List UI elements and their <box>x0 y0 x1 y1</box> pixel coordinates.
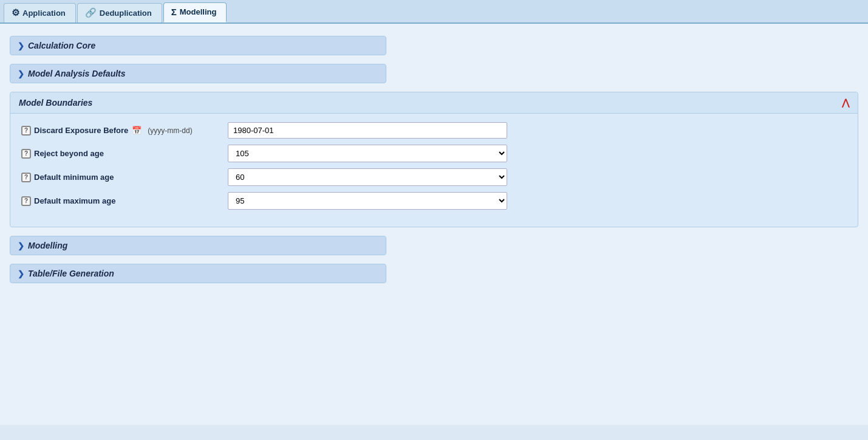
reject-beyond-age-label-text: Reject beyond age <box>34 149 104 158</box>
model-analysis-defaults-title: Model Analysis Defaults <box>28 69 126 78</box>
discard-exposure-input[interactable] <box>228 122 507 139</box>
model-analysis-defaults-chevron: ❯ <box>18 69 24 78</box>
dedup-icon: 🔗 <box>85 7 97 18</box>
default-maximum-age-label-text: Default maximum age <box>34 196 115 205</box>
main-content: ❯ Calculation Core ❯ Model Analysis Defa… <box>0 24 868 425</box>
gear-icon: ⚙ <box>12 7 19 18</box>
default-maximum-age-help-icon[interactable]: ? <box>21 196 31 206</box>
table-file-generation-title: Table/File Generation <box>28 269 114 278</box>
default-minimum-age-value: 50 55 60 65 70 <box>228 168 847 186</box>
discard-exposure-row: ? Discard Exposure Before 📅 (yyyy-mm-dd) <box>21 122 847 139</box>
discard-exposure-help-icon[interactable]: ? <box>21 126 31 136</box>
tab-application-label: Application <box>22 9 66 18</box>
sigma-icon: Σ <box>171 7 177 17</box>
default-maximum-age-value: 85 90 95 100 105 <box>228 192 847 210</box>
default-maximum-age-row: ? Default maximum age 85 90 95 100 105 <box>21 192 847 210</box>
tab-deduplication[interactable]: 🔗 Deduplication <box>77 3 162 22</box>
default-minimum-age-select[interactable]: 50 55 60 65 70 <box>228 168 507 186</box>
calculation-core-title: Calculation Core <box>28 41 95 50</box>
model-boundaries-panel: Model Boundaries ⋀ ? Discard Exposure Be… <box>10 92 858 227</box>
calculation-core-chevron: ❯ <box>18 41 24 50</box>
discard-exposure-label-text: Discard Exposure Before <box>34 126 128 135</box>
model-boundaries-header: Model Boundaries ⋀ <box>10 92 858 114</box>
table-file-generation-chevron: ❯ <box>18 269 24 278</box>
calculation-core-section[interactable]: ❯ Calculation Core <box>10 36 386 55</box>
default-maximum-age-select[interactable]: 85 90 95 100 105 <box>228 192 507 210</box>
reject-beyond-age-help-icon[interactable]: ? <box>21 149 31 159</box>
default-minimum-age-help-icon[interactable]: ? <box>21 173 31 182</box>
tab-bar: ⚙ Application 🔗 Deduplication Σ Modellin… <box>0 0 868 24</box>
reject-beyond-age-select[interactable]: 100 105 110 115 120 <box>228 145 507 162</box>
discard-exposure-value <box>228 122 847 139</box>
date-hint: (yyyy-mm-dd) <box>148 126 192 135</box>
discard-exposure-label: ? Discard Exposure Before 📅 (yyyy-mm-dd) <box>21 126 228 136</box>
modelling-title: Modelling <box>28 241 67 250</box>
default-minimum-age-label: ? Default minimum age <box>21 173 228 182</box>
reject-beyond-age-value: 100 105 110 115 120 <box>228 145 847 162</box>
default-minimum-age-label-text: Default minimum age <box>34 173 114 182</box>
default-maximum-age-label: ? Default maximum age <box>21 196 228 206</box>
table-file-generation-section[interactable]: ❯ Table/File Generation <box>10 264 386 283</box>
tab-modelling-label: Modelling <box>180 7 217 16</box>
model-analysis-defaults-section[interactable]: ❯ Model Analysis Defaults <box>10 64 386 83</box>
model-boundaries-body: ? Discard Exposure Before 📅 (yyyy-mm-dd)… <box>10 114 858 227</box>
modelling-chevron: ❯ <box>18 241 24 250</box>
calendar-icon[interactable]: 📅 <box>131 126 142 136</box>
default-minimum-age-row: ? Default minimum age 50 55 60 65 70 <box>21 168 847 186</box>
modelling-section[interactable]: ❯ Modelling <box>10 236 386 255</box>
model-boundaries-title: Model Boundaries <box>19 98 92 108</box>
reject-beyond-age-label: ? Reject beyond age <box>21 149 228 159</box>
tab-deduplication-label: Deduplication <box>100 9 152 18</box>
model-boundaries-collapse-button[interactable]: ⋀ <box>842 97 849 108</box>
tab-modelling[interactable]: Σ Modelling <box>163 2 227 22</box>
reject-beyond-age-row: ? Reject beyond age 100 105 110 115 120 <box>21 145 847 162</box>
tab-application[interactable]: ⚙ Application <box>4 3 76 22</box>
